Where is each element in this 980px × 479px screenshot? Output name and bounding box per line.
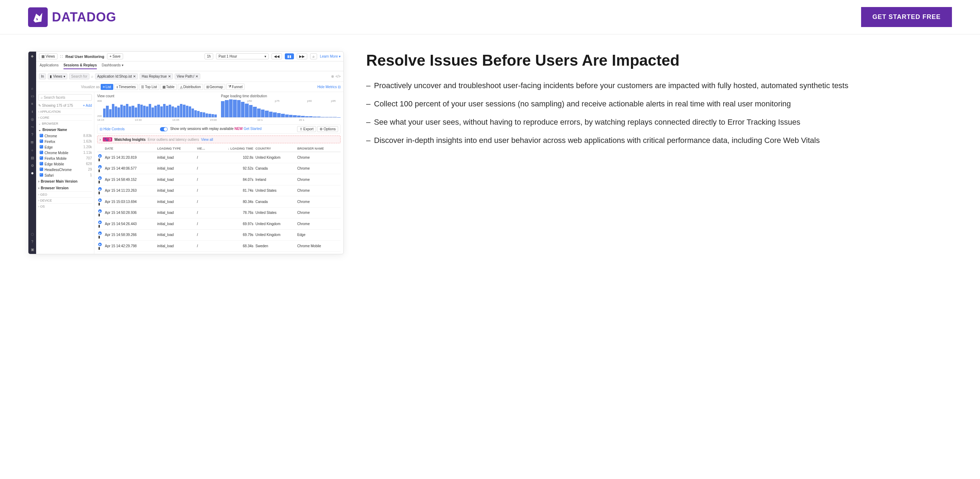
clear-query-icon[interactable]: ⊗ — [331, 75, 334, 78]
timerange-select[interactable]: Past 1 Hour ▾ — [216, 53, 269, 59]
table-row[interactable]: ▶▮Apr 15 14:48:06.577initial_load/92.52s… — [97, 163, 340, 174]
tab-sessions-replays[interactable]: Sessions & Replays — [64, 63, 97, 69]
view-count-chart: View count 400200 14:15 14:30 14:45 15:0 — [97, 94, 217, 121]
product-screenshot: ◆ ⌕ ▭ ≡ ⫾ ◎ ⤳ ? ⛨ ⟐ ▤ ⚙ ✹ ◌ ? ▣ — [28, 51, 344, 254]
facets-panel: ⌕ Search facets ✎ Showing 175 of 175 + A… — [36, 92, 94, 254]
bullet-item: See what your user sees, without having … — [366, 116, 952, 128]
facet-browser-main-version[interactable]: › Browser Main Version — [38, 178, 92, 185]
nav-synthetics-icon[interactable]: ⚙ — [30, 163, 34, 168]
table-row[interactable]: ▶▮Apr 15 14:58:49.152initial_load/84.07s… — [97, 174, 340, 185]
loading-time-dist-chart: Page loading time distribution p50 p75 p… — [221, 94, 340, 121]
nav-list-icon[interactable]: ≡ — [30, 102, 34, 106]
app-leftnav: ◆ ⌕ ▭ ≡ ⫾ ◎ ⤳ ? ⛨ ⟐ ▤ ⚙ ✹ ◌ ? ▣ — [29, 52, 36, 254]
hide-metrics-link[interactable]: Hide Metrics ⊟ — [317, 85, 340, 89]
viz-toplist[interactable]: ☰ Top List — [139, 84, 159, 90]
in-label: In — [39, 73, 46, 79]
facet-group-geo[interactable]: › GEO — [38, 192, 92, 197]
nav-trace-icon[interactable]: ⤳ — [30, 125, 34, 129]
marketing-copy: Resolve Issues Before Users Are Impacted… — [366, 51, 952, 153]
table-row[interactable]: ▶▮Apr 15 14:58:39.266initial_load/69.79s… — [97, 229, 340, 241]
facet-browser-item[interactable]: Edge Mobile628 — [38, 161, 92, 167]
watchdog-viewall[interactable]: View all — [201, 138, 213, 142]
bullet-item: Proactively uncover and troubleshoot use… — [366, 80, 952, 92]
viz-distribution[interactable]: ◬ Distribution — [178, 84, 203, 90]
nav-metrics-icon[interactable]: ⫾ — [30, 109, 34, 113]
facet-browser-item[interactable]: Safari1 — [38, 172, 92, 178]
facet-browser-name[interactable]: ⌄ Browser Name — [38, 126, 92, 133]
section-heading: Resolve Issues Before Users Are Impacted — [366, 51, 952, 70]
filter-application[interactable]: Application Id:Shop.ist ✕ — [95, 73, 138, 79]
timerange-short[interactable]: 1h — [205, 53, 213, 59]
next-button[interactable]: ▶▶ — [297, 53, 307, 59]
facet-search-input[interactable]: ⌕ Search facets — [38, 94, 92, 101]
nav-help2-icon[interactable]: ? — [30, 240, 34, 244]
page-header: DATADOG GET STARTED FREE — [0, 0, 980, 34]
tab-applications[interactable]: Applications — [40, 63, 59, 69]
nav-help-icon[interactable]: ? — [30, 133, 34, 137]
bullet-item: Discover in-depth insights into end user… — [366, 134, 952, 147]
nav-security-icon[interactable]: ⛨ — [30, 140, 34, 144]
save-button[interactable]: + Save — [107, 53, 123, 59]
facet-group-device[interactable]: › DEVICE — [38, 197, 92, 203]
nav-bug-icon[interactable]: ✹ — [30, 171, 34, 175]
facet-add-button[interactable]: + Add — [83, 104, 92, 107]
code-toggle-icon[interactable]: </> — [336, 75, 340, 78]
facet-browser-item[interactable]: Firefox Mobile707 — [38, 156, 92, 161]
nav-logo-icon[interactable]: ◆ — [30, 54, 34, 58]
facet-browser-version[interactable]: › Browser Version — [38, 185, 92, 192]
nav-target-icon[interactable]: ◎ — [30, 117, 34, 121]
facet-browser-item[interactable]: Chrome Mobile1.11k — [38, 150, 92, 156]
facet-showing: Showing 175 of 175 — [42, 104, 73, 107]
prev-button[interactable]: ◀◀ — [272, 53, 282, 59]
search-icon: ⌕ — [91, 75, 93, 78]
viz-table[interactable]: ▦ Table — [160, 84, 177, 90]
visualize-as-label: Visualize as — [81, 85, 100, 89]
facet-browser-item[interactable]: Firefox1.62k — [38, 139, 92, 144]
facet-group-browser[interactable]: ⌄ BROWSER — [38, 120, 92, 126]
facet-browser-item[interactable]: HeadlessChrome29 — [38, 167, 92, 172]
viz-geomap[interactable]: ⊞ Geomap — [204, 84, 225, 90]
export-button[interactable]: ⇪ Export — [297, 126, 316, 132]
brand-name: DATADOG — [52, 10, 116, 25]
nav-chat-icon[interactable]: ◌ — [30, 232, 34, 236]
nav-search-icon[interactable]: ⌕ — [30, 86, 34, 90]
get-started-link[interactable]: Get Started — [244, 127, 262, 131]
datadog-logo-icon — [28, 7, 48, 27]
nav-settings-icon[interactable]: ▣ — [30, 247, 34, 252]
table-row[interactable]: ▶▮Apr 15 14:54:26.443initial_load/69.97s… — [97, 219, 340, 230]
table-row[interactable]: ▶▮Apr 15 14:42:29.798initial_load/68.34s… — [97, 241, 340, 252]
viz-funnel[interactable]: ⧩ Funnel — [226, 84, 245, 90]
search-label: Search for — [69, 73, 89, 79]
learn-more-link[interactable]: Learn More ▾ — [320, 54, 340, 58]
viz-list[interactable]: ≡ List — [101, 84, 113, 90]
table-row[interactable]: ▶▮Apr 15 15:03:13.694initial_load/80.34s… — [97, 196, 340, 208]
facet-group-os[interactable]: › OS — [38, 203, 92, 209]
nav-db-icon[interactable]: ▤ — [30, 156, 34, 160]
viz-timeseries[interactable]: ⫾ Timeseries — [115, 84, 138, 90]
filter-has-replay[interactable]: Has Replay:true ✕ — [140, 73, 173, 79]
facet-group-application[interactable]: › APPLICATION — [38, 109, 92, 115]
hide-controls-link[interactable]: ⊟ Hide Controls — [100, 127, 124, 131]
get-started-button[interactable]: GET STARTED FREE — [861, 7, 952, 27]
breadcrumb-icon: ⸬ — [60, 54, 63, 59]
facet-browser-item[interactable]: Chrome8.83k — [38, 133, 92, 139]
facet-group-core[interactable]: › CORE — [38, 115, 92, 120]
pause-button[interactable]: ▮▮ — [285, 53, 294, 59]
facet-browser-item[interactable]: Edge1.20k — [38, 144, 92, 150]
scope-select[interactable]: ▮ Views ▾ — [48, 73, 67, 79]
filter-view-path[interactable]: View Path:/ ✕ — [175, 73, 200, 79]
nav-link-icon[interactable]: ⟐ — [30, 148, 34, 152]
table-row[interactable]: ▶▮Apr 15 14:50:28.936initial_load/78.76s… — [97, 207, 340, 219]
options-button[interactable]: ⚙ Options — [317, 126, 338, 132]
table-row[interactable]: ▶▮Apr 15 14:31:20.819initial_load/102.8s… — [97, 152, 340, 163]
views-button[interactable]: ▦ Views — [39, 53, 57, 59]
zoom-button[interactable]: ⌕ — [310, 53, 317, 59]
nav-dashboard-icon[interactable]: ▭ — [30, 94, 34, 98]
logo[interactable]: DATADOG — [28, 7, 116, 27]
watchdog-badge: 🐾 3 — [103, 137, 112, 142]
tab-dashboards[interactable]: Dashboards ▾ — [102, 63, 124, 69]
replay-only-toggle[interactable] — [160, 127, 168, 131]
sessions-table: DATE LOADING TYPE VIE… ↓ LOADING TIME CO… — [97, 145, 340, 252]
watchdog-insights-bar[interactable]: › 🐾 3 Watchdog Insights Error outliers a… — [97, 136, 340, 143]
table-row[interactable]: ▶▮Apr 15 14:11:23.263initial_load/81.74s… — [97, 185, 340, 196]
